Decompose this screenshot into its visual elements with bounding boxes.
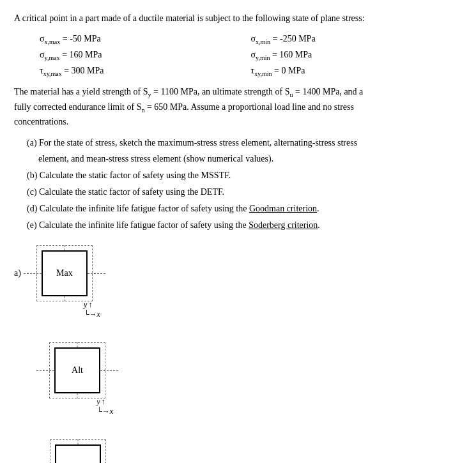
- stress-val-row3-col2: τxy,min = 0 MPa: [251, 63, 463, 79]
- mean-element-row: Mean y ↑ └→ x: [26, 444, 462, 463]
- diagram-area: a) Max y ↑ └→ x: [14, 244, 462, 463]
- stress-val-row1-col2: σx,min = -250 MPa: [251, 31, 463, 47]
- alt-axis: y ↑ └→ x: [94, 397, 113, 416]
- max-element-row: a) Max y ↑ └→ x: [14, 250, 462, 296]
- alt-label: Alt: [72, 365, 83, 376]
- stress-val-row3-col1: τxy,max = 300 MPa: [40, 63, 251, 79]
- stress-val-row1-col1: σx,max = -50 MPa: [40, 31, 251, 47]
- max-axis-x: x: [97, 310, 100, 319]
- alt-stress-box: Alt: [54, 347, 100, 393]
- yield-line3: concentrations.: [14, 115, 462, 129]
- max-axis-arrow: └→: [84, 310, 97, 319]
- max-box-wrapper: Max y ↑ └→ x: [42, 250, 88, 296]
- alt-element-row: Alt y ↑ └→ x: [36, 347, 462, 393]
- stress-val-row2-col2: σy,min = 160 MPa: [251, 47, 463, 63]
- alt-box-wrapper: Alt y ↑ └→ x: [54, 347, 100, 393]
- alt-axis-t: ↑: [101, 397, 105, 407]
- question-a2: element, and mean-stress stress element …: [38, 151, 462, 167]
- alt-v-dashed-bottom: [77, 393, 78, 398]
- question-c: (c) Calculate the static factor of safet…: [27, 185, 462, 200]
- max-v-dashed-top: [64, 245, 65, 250]
- yield-line1: The material has a yield strength of Sy …: [14, 85, 462, 100]
- alt-axis-arrow: └→: [96, 407, 110, 416]
- dashed-right-max: [88, 273, 105, 274]
- stress-val-row2-col1: σy,max = 160 MPa: [40, 47, 251, 63]
- mean-box-wrapper: Mean y ↑ └→ x: [55, 444, 101, 463]
- label-a: a): [14, 268, 21, 278]
- max-axis: y ↑ └→ x: [81, 300, 100, 319]
- max-axis-y: y: [84, 300, 87, 310]
- stress-table: σx,max = -50 MPa σx,min = -250 MPa σy,ma…: [40, 31, 462, 79]
- intro-text: A critical point in a part made of a duc…: [14, 11, 462, 25]
- alt-axis-x: x: [110, 407, 113, 416]
- yield-line2: fully corrected endurance limit of Sn = …: [14, 100, 462, 115]
- dashed-left-max: [24, 273, 42, 274]
- question-e: (e) Calculate the infinite life fatigue …: [27, 218, 462, 233]
- alt-axis-y: y: [96, 397, 100, 407]
- alt-v-dashed-top: [77, 342, 78, 347]
- question-a: (a) For the state of stress, sketch the …: [27, 135, 462, 151]
- max-label: Max: [56, 268, 73, 278]
- question-b: (b) Calculate the static factor of safet…: [27, 168, 462, 183]
- mean-v-dashed-top: [78, 439, 79, 444]
- dashed-right-alt: [100, 370, 118, 371]
- max-axis-t: ↑: [88, 300, 92, 310]
- max-stress-box: Max: [42, 250, 88, 296]
- mean-stress-box: Mean: [55, 444, 101, 463]
- max-v-dashed-bottom: [64, 296, 65, 301]
- dashed-left-alt: [36, 370, 54, 371]
- question-d: (d) Calculate the infinite life fatigue …: [27, 201, 462, 216]
- questions-block: (a) For the state of stress, sketch the …: [27, 135, 462, 233]
- yield-text: The material has a yield strength of Sy …: [14, 85, 462, 128]
